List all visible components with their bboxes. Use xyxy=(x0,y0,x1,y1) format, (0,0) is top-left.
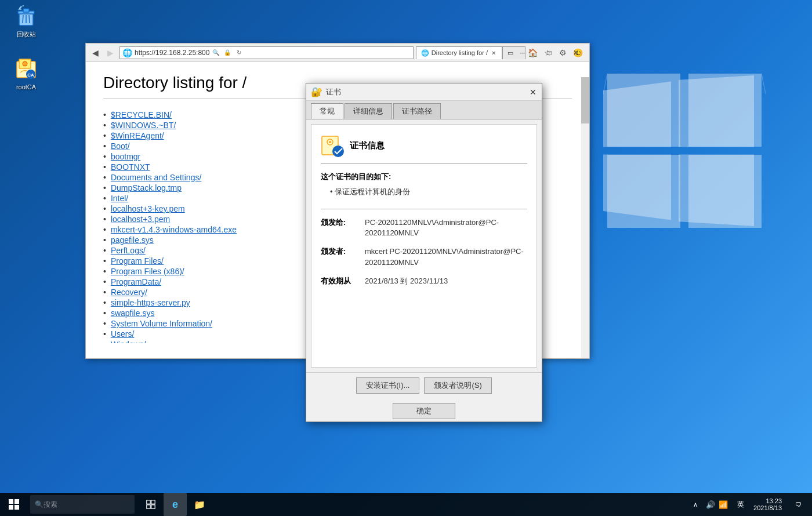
cert-issued-to-row: 颁发给: PC-20201120MNLV\Administrator@PC-20… xyxy=(321,217,527,238)
file-link[interactable]: Program Files (x86)/ xyxy=(111,267,184,276)
ie-taskbar-btn[interactable]: e xyxy=(164,493,187,516)
tray-lang[interactable]: 英 xyxy=(735,500,746,510)
issuer-info-btn[interactable]: 颁发者说明(S) xyxy=(424,377,491,394)
refresh-icon[interactable]: ↻ xyxy=(234,48,244,58)
cert-titlebar: 🔐 证书 ✕ xyxy=(306,83,542,101)
cert-close-btn[interactable]: ✕ xyxy=(527,86,539,99)
recycle-bin-icon[interactable]: 回收站 xyxy=(6,5,46,39)
start-button[interactable] xyxy=(0,493,28,516)
cert-details-grid: 颁发给: PC-20201120MNLV\Administrator@PC-20… xyxy=(321,209,527,286)
file-link[interactable]: $WINDOWS.~BT/ xyxy=(111,121,176,130)
tray-volume-icon[interactable]: 📶 xyxy=(719,500,728,509)
nav-buttons: ◀ ▶ xyxy=(88,46,117,60)
cert-issued-by-value: mkcert PC-20201120MNLV\Administrator@PC-… xyxy=(365,246,527,267)
cert-tabs: 常规 详细信息 证书路径 xyxy=(306,101,542,119)
forward-button[interactable]: ▶ xyxy=(103,46,117,60)
ie-logo-small: 🌐 xyxy=(122,48,132,57)
desktop: 回收站 CA rootCA ◀ ▶ 🌐 https: xyxy=(0,0,812,516)
cert-title: 🔐 证书 xyxy=(311,86,341,97)
tray-date: 2021/8/13 xyxy=(753,504,782,511)
svg-rect-31 xyxy=(147,505,150,508)
svg-point-23 xyxy=(329,141,331,143)
address-bar[interactable]: 🌐 https://192.168.2.25:800 🔍 🔒 ↻ xyxy=(119,46,414,59)
svg-rect-25 xyxy=(9,499,13,504)
file-link[interactable]: System Volume Information/ xyxy=(111,319,212,328)
cert-title-icon: 🔐 xyxy=(311,86,322,97)
file-link[interactable]: mkcert-v1.4.3-windows-amd64.exe xyxy=(111,225,237,234)
svg-point-24 xyxy=(332,146,344,157)
file-link[interactable]: localhost+3.pem xyxy=(111,215,170,224)
file-link[interactable]: Program Files/ xyxy=(111,256,164,266)
cert-info-title: 证书信息 xyxy=(350,140,385,151)
cert-tab-details[interactable]: 详细信息 xyxy=(345,103,392,119)
file-link[interactable]: Boot/ xyxy=(111,141,130,151)
cert-purpose-label: 这个证书的目的如下: xyxy=(321,172,527,182)
task-view-btn[interactable] xyxy=(139,493,162,516)
tray-network-icon[interactable]: 🔊 xyxy=(706,500,715,509)
cert-issued-by-row: 颁发者: mkcert PC-20201120MNLV\Administrato… xyxy=(321,246,527,267)
back-button[interactable]: ◀ xyxy=(88,46,102,60)
lock-icon[interactable]: 🔒 xyxy=(222,48,233,58)
tray-clock[interactable]: 13:23 2021/8/13 xyxy=(749,497,786,511)
svg-marker-7 xyxy=(679,75,754,147)
taskbar-search[interactable]: 🔍 搜索 xyxy=(30,495,135,514)
file-link[interactable]: pagefile.sys xyxy=(111,235,154,245)
file-explorer-icon: 📁 xyxy=(194,499,205,510)
close-btn[interactable]: ✕ xyxy=(563,43,589,62)
maximize-btn[interactable]: □ xyxy=(536,43,563,62)
cert-title-text: 证书 xyxy=(326,87,341,97)
recycle-bin-image xyxy=(14,5,38,28)
file-link[interactable]: Intel/ xyxy=(111,194,128,203)
cert-validity-to: 到 xyxy=(400,277,410,285)
cert-validity-start: 2021/8/13 xyxy=(365,277,398,285)
cert-issued-by-label: 颁发者: xyxy=(321,246,356,257)
browser-titlebar: ◀ ▶ 🌐 https://192.168.2.25:800 🔍 🔒 ↻ 🌐 D… xyxy=(86,43,589,62)
file-link[interactable]: ProgramData/ xyxy=(111,277,161,286)
scrollbar-thumb[interactable] xyxy=(581,77,589,123)
cert-ok-row: 确定 xyxy=(306,398,542,424)
browser-scrollbar[interactable] xyxy=(581,77,589,358)
file-link[interactable]: Documents and Settings/ xyxy=(111,173,201,182)
file-link[interactable]: Recovery/ xyxy=(111,288,147,297)
install-cert-btn[interactable]: 安装证书(I)... xyxy=(356,377,419,394)
tray-chevron[interactable]: ∧ xyxy=(692,501,699,508)
tab-close-btn[interactable]: ✕ xyxy=(490,50,497,56)
taskbar: 🔍 搜索 e 📁 ∧ 🔊 📶 英 xyxy=(0,493,812,516)
certificate-dialog: 🔐 证书 ✕ 常规 详细信息 证书路径 xyxy=(306,83,542,422)
minimize-btn[interactable]: ─ xyxy=(509,43,536,62)
file-link[interactable]: localhost+3-key.pem xyxy=(111,204,185,213)
svg-rect-26 xyxy=(14,499,19,504)
svg-text:CA: CA xyxy=(27,72,34,78)
file-link[interactable]: DumpStack.log.tmp xyxy=(111,183,182,192)
cert-content: 证书信息 这个证书的目的如下: 保证远程计算机的身份 颁发给: PC-20201… xyxy=(311,124,537,368)
tab-label: Directory listing for / xyxy=(432,49,488,56)
file-link[interactable]: $RECYCLE.BIN/ xyxy=(111,110,172,119)
cert-issued-to-value: PC-20201120MNLV\Administrator@PC-2020112… xyxy=(365,217,527,238)
cert-badge-icon xyxy=(321,134,344,157)
cert-tab-path[interactable]: 证书路径 xyxy=(393,103,441,119)
file-link[interactable]: Users/ xyxy=(111,329,134,339)
rootca-icon[interactable]: CA rootCA xyxy=(6,58,46,90)
svg-rect-12 xyxy=(23,9,29,12)
file-link[interactable]: bootmgr xyxy=(111,152,140,161)
url-text: https://192.168.2.25:800 xyxy=(135,49,209,57)
file-link[interactable]: simple-https-server.py xyxy=(111,298,190,307)
cert-tab-general[interactable]: 常规 xyxy=(311,103,343,119)
file-link[interactable]: swapfile.sys xyxy=(111,308,154,318)
file-link[interactable]: Windows/ xyxy=(111,340,146,343)
svg-marker-6 xyxy=(603,81,671,147)
tray-notification-btn[interactable]: 🗨 xyxy=(789,493,807,516)
cert-validity-row: 有效期从 2021/8/13 到 2023/11/13 xyxy=(321,276,527,286)
cert-ok-btn[interactable]: 确定 xyxy=(393,403,455,419)
file-link[interactable]: $WinREAgent/ xyxy=(111,131,164,140)
file-explorer-taskbar-btn[interactable]: 📁 xyxy=(188,493,211,516)
file-link[interactable]: BOOTNXT xyxy=(111,162,150,172)
svg-line-5 xyxy=(762,74,766,94)
active-tab[interactable]: 🌐 Directory listing for / ✕ xyxy=(416,46,502,59)
file-link[interactable]: PerfLogs/ xyxy=(111,246,146,255)
search-addr-btn[interactable]: 🔍 xyxy=(211,48,221,58)
svg-rect-30 xyxy=(151,500,155,504)
cert-validity-end: 2023/11/13 xyxy=(410,277,448,285)
cert-issued-to-label: 颁发给: xyxy=(321,217,356,228)
cert-validity-value: 2021/8/13 到 2023/11/13 xyxy=(365,276,448,286)
